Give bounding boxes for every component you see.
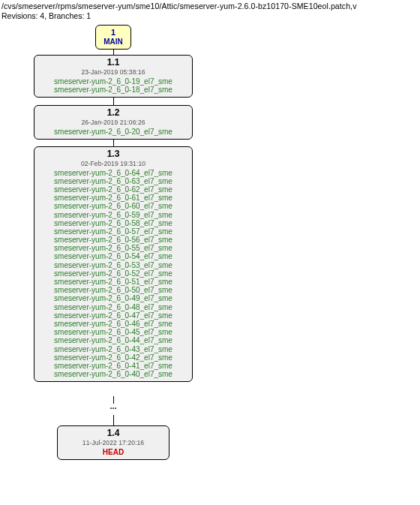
- revision-tag: smeserver-yum-2_6_0-59_el7_sme: [39, 211, 188, 219]
- header: /cvs/smeserver/rpms/smeserver-yum/sme10/…: [0, 0, 420, 21]
- revision-tag: smeserver-yum-2_6_0-18_el7_sme: [39, 86, 188, 94]
- revision-tags: smeserver-yum-2_6_0-20_el7_sme: [39, 128, 188, 136]
- revisions-meta: Revisions: 4, Branches: 1: [2, 11, 418, 20]
- revision-tags: smeserver-yum-2_6_0-19_el7_sme smeserver…: [39, 77, 188, 94]
- revision-tag: smeserver-yum-2_6_0-64_el7_sme: [39, 169, 188, 177]
- revision-tag: smeserver-yum-2_6_0-52_el7_sme: [39, 269, 188, 278]
- revision-tag: smeserver-yum-2_6_0-51_el7_sme: [39, 278, 188, 286]
- revision-number: 1.2: [39, 108, 188, 119]
- revision-node-1-2[interactable]: 1.2 26-Jan-2019 21:06:26 smeserver-yum-2…: [34, 105, 193, 140]
- revision-tag: smeserver-yum-2_6_0-57_el7_sme: [39, 227, 188, 236]
- file-path: /cvs/smeserver/rpms/smeserver-yum/sme10/…: [2, 2, 418, 11]
- revision-tag: smeserver-yum-2_6_0-43_el7_sme: [39, 345, 188, 353]
- revision-tag: smeserver-yum-2_6_0-60_el7_sme: [39, 202, 188, 210]
- revision-tag: smeserver-yum-2_6_0-56_el7_sme: [39, 236, 188, 244]
- revision-node-1-1[interactable]: 1.1 23-Jan-2019 05:38:16 smeserver-yum-2…: [34, 55, 193, 98]
- revision-number: 1.3: [39, 149, 188, 160]
- branch-number: 1: [100, 28, 126, 38]
- revision-node-1-3[interactable]: 1.3 02-Feb-2019 19:31:10 smeserver-yum-2…: [34, 146, 193, 382]
- revision-tag: smeserver-yum-2_6_0-42_el7_sme: [39, 353, 188, 362]
- tags-ellipsis: ...: [106, 401, 121, 410]
- revision-tag: smeserver-yum-2_6_0-54_el7_sme: [39, 252, 188, 260]
- revision-tags: smeserver-yum-2_6_0-64_el7_sme smeserver…: [39, 169, 188, 379]
- revision-tag: smeserver-yum-2_6_0-19_el7_sme: [39, 77, 188, 86]
- revision-tag: smeserver-yum-2_6_0-58_el7_sme: [39, 219, 188, 227]
- revision-graph: 1 MAIN 1.1 23-Jan-2019 05:38:16 smeserve…: [0, 21, 420, 498]
- revision-tag: smeserver-yum-2_6_0-20_el7_sme: [39, 128, 188, 136]
- revision-tag: smeserver-yum-2_6_0-62_el7_sme: [39, 185, 188, 194]
- revision-tag: smeserver-yum-2_6_0-61_el7_sme: [39, 194, 188, 202]
- revision-tag: smeserver-yum-2_6_0-49_el7_sme: [39, 294, 188, 302]
- revision-tag: smeserver-yum-2_6_0-53_el7_sme: [39, 261, 188, 269]
- revision-number: 1.4: [62, 428, 164, 439]
- revision-tag: smeserver-yum-2_6_0-46_el7_sme: [39, 320, 188, 328]
- revision-number: 1.1: [39, 58, 188, 68]
- revision-tag: smeserver-yum-2_6_0-47_el7_sme: [39, 311, 188, 320]
- branch-label: MAIN: [100, 38, 126, 47]
- revision-tag: smeserver-yum-2_6_0-40_el7_sme: [39, 370, 188, 378]
- revision-tag: smeserver-yum-2_6_0-44_el7_sme: [39, 336, 188, 344]
- revision-tag: smeserver-yum-2_6_0-50_el7_sme: [39, 286, 188, 294]
- revision-date: 02-Feb-2019 19:31:10: [39, 161, 188, 168]
- revision-tags: HEAD: [62, 448, 164, 456]
- revision-head-tag: HEAD: [62, 448, 164, 456]
- branch-node-main[interactable]: 1 MAIN: [95, 25, 131, 50]
- revision-date: 23-Jan-2019 05:38:16: [39, 69, 188, 77]
- connector: [113, 415, 114, 425]
- revision-tag: smeserver-yum-2_6_0-63_el7_sme: [39, 177, 188, 185]
- revision-tag: smeserver-yum-2_6_0-55_el7_sme: [39, 244, 188, 252]
- revision-tag: smeserver-yum-2_6_0-45_el7_sme: [39, 328, 188, 336]
- revision-date: 26-Jan-2019 21:06:26: [39, 119, 188, 127]
- revision-date: 11-Jul-2022 17:20:16: [62, 440, 164, 447]
- revision-tag: smeserver-yum-2_6_0-48_el7_sme: [39, 303, 188, 311]
- revision-node-1-4[interactable]: 1.4 11-Jul-2022 17:20:16 HEAD: [57, 425, 170, 460]
- revision-tag: smeserver-yum-2_6_0-41_el7_sme: [39, 362, 188, 370]
